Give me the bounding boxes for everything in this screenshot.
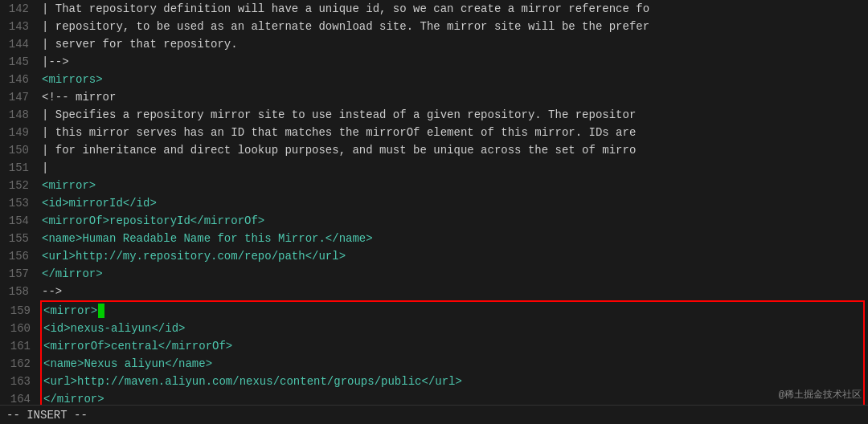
- line-content-164: </mirror>: [40, 390, 863, 405]
- insert-mode-label: -- INSERT --: [6, 409, 88, 422]
- line-content-145: |-->: [39, 53, 868, 71]
- line-number-152: 152: [0, 177, 39, 194]
- code-line-159: 159 <mirror>: [2, 302, 863, 320]
- line-content-147: <!-- mirror: [39, 88, 868, 106]
- line-content-161: <mirrorOf>central</mirrorOf>: [40, 337, 863, 355]
- watermark: @稀土掘金技术社区: [779, 388, 862, 402]
- status-bar: -- INSERT --: [0, 405, 868, 424]
- line-number-143: 143: [0, 18, 39, 35]
- line-number-159: 159: [2, 302, 40, 320]
- line-number-144: 144: [0, 35, 39, 53]
- code-line-158: 158 -->: [0, 283, 868, 300]
- line-number-164: 164: [2, 390, 40, 405]
- line-number-151: 151: [0, 159, 39, 177]
- line-content-148: | Specifies a repository mirror site to …: [39, 106, 868, 124]
- line-number-145: 145: [0, 53, 39, 71]
- code-line-143: 143 | repository, to be used as an alter…: [0, 18, 868, 35]
- code-line-152: 152 <mirror>: [0, 177, 868, 194]
- line-content-155: <name>Human Readable Name for this Mirro…: [39, 230, 868, 247]
- line-content-160: <id>nexus-aliyun</id>: [40, 320, 863, 337]
- line-number-150: 150: [0, 141, 39, 159]
- code-line-161: 161 <mirrorOf>central</mirrorOf>: [2, 337, 863, 355]
- line-content-157: </mirror>: [39, 265, 868, 283]
- line-number-162: 162: [2, 355, 40, 373]
- code-line-157: 157 </mirror>: [0, 265, 868, 283]
- line-content-149: | this mirror serves has an ID that matc…: [39, 124, 868, 141]
- line-content-154: <mirrorOf>repositoryId</mirrorOf>: [39, 212, 868, 230]
- code-line-151: 151 |: [0, 159, 868, 177]
- line-number-142: 142: [0, 0, 39, 18]
- line-content-158: -->: [39, 283, 868, 300]
- line-content-159: <mirror>: [40, 302, 863, 320]
- code-line-163: 163 <url>http://maven.aliyun.com/nexus/c…: [2, 373, 863, 390]
- code-line-164: 164 </mirror>: [2, 390, 863, 405]
- line-content-162: <name>Nexus aliyun</name>: [40, 355, 863, 373]
- line-content-143: | repository, to be used as an alternate…: [39, 18, 868, 35]
- line-number-161: 161: [2, 337, 40, 355]
- line-content-144: | server for that repository.: [39, 35, 868, 53]
- text-cursor: [98, 304, 104, 318]
- code-line-153: 153 <id>mirrorId</id>: [0, 194, 868, 212]
- code-line-156: 156 <url>http://my.repository.com/repo/p…: [0, 247, 868, 265]
- line-content-150: | for inheritance and direct lookup purp…: [39, 141, 868, 159]
- code-area: 142 | That repository definition will ha…: [0, 0, 868, 405]
- line-number-163: 163: [2, 373, 40, 390]
- line-number-146: 146: [0, 71, 39, 88]
- line-number-157: 157: [0, 265, 39, 283]
- code-line-142: 142 | That repository definition will ha…: [0, 0, 868, 18]
- line-number-147: 147: [0, 88, 39, 106]
- code-line-148: 148 | Specifies a repository mirror site…: [0, 106, 868, 124]
- line-number-160: 160: [2, 320, 40, 337]
- line-number-154: 154: [0, 212, 39, 230]
- editor-container: 142 | That repository definition will ha…: [0, 0, 868, 424]
- line-content-163: <url>http://maven.aliyun.com/nexus/conte…: [40, 373, 863, 390]
- code-line-150: 150 | for inheritance and direct lookup …: [0, 141, 868, 159]
- line-number-156: 156: [0, 247, 39, 265]
- line-content-146: <mirrors>: [39, 71, 868, 88]
- code-line-149: 149 | this mirror serves has an ID that …: [0, 124, 868, 141]
- code-line-155: 155 <name>Human Readable Name for this M…: [0, 230, 868, 247]
- line-number-148: 148: [0, 106, 39, 124]
- line-content-153: <id>mirrorId</id>: [39, 194, 868, 212]
- line-number-153: 153: [0, 194, 39, 212]
- code-line-146: 146 <mirrors>: [0, 71, 868, 88]
- line-content-151: |: [39, 159, 868, 177]
- code-line-145: 145 |-->: [0, 53, 868, 71]
- line-number-149: 149: [0, 124, 39, 141]
- code-line-147: 147 <!-- mirror: [0, 88, 868, 106]
- code-line-162: 162 <name>Nexus aliyun</name>: [2, 355, 863, 373]
- line-content-142: | That repository definition will have a…: [39, 0, 868, 18]
- line-content-152: <mirror>: [39, 177, 868, 194]
- line-content-156: <url>http://my.repository.com/repo/path<…: [39, 247, 868, 265]
- code-line-144: 144 | server for that repository.: [0, 35, 868, 53]
- line-number-158: 158: [0, 283, 39, 300]
- code-line-154: 154 <mirrorOf>repositoryId</mirrorOf>: [0, 212, 868, 230]
- line-number-155: 155: [0, 230, 39, 247]
- code-line-160: 160 <id>nexus-aliyun</id>: [2, 320, 863, 337]
